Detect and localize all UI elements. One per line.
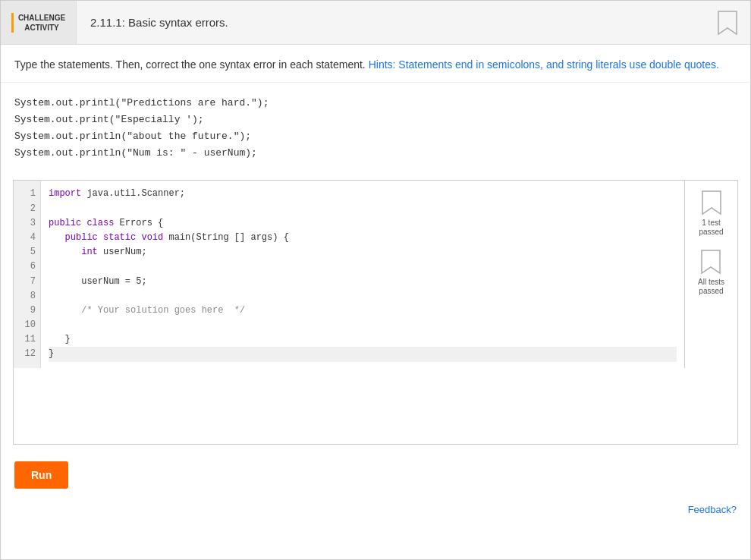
- test-passed-icon-1: [701, 190, 722, 216]
- line-numbers: 1 2 3 4 5 6 7 8 9 10 11 12: [14, 181, 41, 367]
- editor-line-10: [49, 318, 677, 332]
- code-display-line-4: System.out.println("Num is: " - userNum)…: [14, 145, 737, 162]
- challenge-badge: CHALLENGE ACTIVITY: [1, 1, 77, 44]
- feedback-link[interactable]: Feedback?: [688, 504, 737, 515]
- editor-main: 1 2 3 4 5 6 7 8 9 10 11 12 import java.u…: [14, 181, 737, 367]
- bookmark-icon: [717, 10, 738, 36]
- header: CHALLENGE ACTIVITY 2.11.1: Basic syntax …: [1, 1, 750, 45]
- test-result-1: 1 testpassed: [699, 190, 723, 237]
- test-label-1: 1 testpassed: [699, 219, 723, 237]
- badge-text: CHALLENGE ACTIVITY: [11, 13, 65, 33]
- code-display-line-2: System.out.print("Especially ');: [14, 112, 737, 128]
- test-label-2: All testspassed: [698, 278, 724, 296]
- editor-line-2: [49, 202, 677, 216]
- feedback-section: Feedback?: [1, 499, 750, 524]
- editor-line-5: int userNum;: [49, 245, 677, 260]
- editor-line-4: public static void main(String [] args) …: [49, 231, 677, 245]
- instructions: Type the statements. Then, correct the o…: [1, 45, 750, 83]
- code-display-line-3: System.out.println("about the future.");: [14, 128, 737, 145]
- code-display: System.out.printl("Predictions are hard.…: [1, 83, 750, 174]
- editor-line-11: }: [49, 332, 677, 347]
- test-passed-icon-2: [700, 249, 721, 275]
- editor-line-9: /* Your solution goes here */: [49, 304, 677, 318]
- editor-line-7: userNum = 5;: [49, 275, 677, 289]
- instructions-text: Type the statements. Then, correct the o…: [14, 58, 719, 71]
- editor-line-3: public class Errors {: [49, 216, 677, 231]
- code-display-line-1: System.out.printl("Predictions are hard.…: [14, 95, 737, 112]
- editor-line-12: }: [49, 347, 677, 361]
- bookmark-icon-container[interactable]: [705, 1, 750, 44]
- editor-empty-space: [14, 368, 737, 444]
- test-panel: 1 testpassed All testspassed: [684, 181, 737, 367]
- code-editor-content[interactable]: import java.util.Scanner; public class E…: [41, 181, 737, 367]
- code-editor-section: 1 2 3 4 5 6 7 8 9 10 11 12 import java.u…: [13, 180, 738, 444]
- run-section: Run: [1, 451, 750, 499]
- run-button[interactable]: Run: [14, 461, 68, 489]
- editor-line-1: import java.util.Scanner;: [49, 187, 677, 201]
- test-result-2: All testspassed: [698, 249, 724, 296]
- challenge-title: 2.11.1: Basic syntax errors.: [77, 1, 705, 44]
- editor-line-8: [49, 289, 677, 304]
- editor-line-6: [49, 260, 677, 274]
